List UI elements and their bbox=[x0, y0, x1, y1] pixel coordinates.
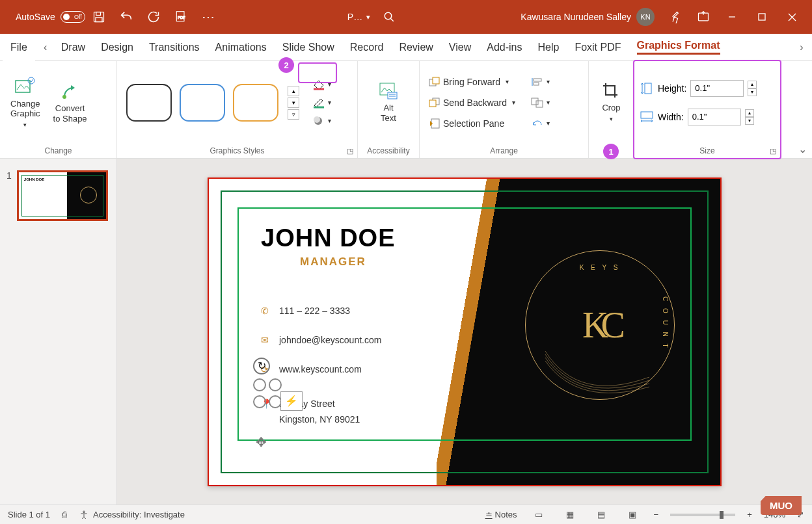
status-bar: Slide 1 of 1 ⎙ Accessibility: Investigat… bbox=[0, 504, 812, 524]
tab-scroll-right[interactable]: › bbox=[794, 42, 809, 53]
send-backward-button[interactable]: Send Backward▾ bbox=[425, 95, 519, 111]
width-down[interactable]: ▾ bbox=[745, 117, 754, 125]
align-button[interactable]: ▾ bbox=[527, 74, 554, 90]
group-label-accessibility: Accessibility bbox=[358, 144, 419, 158]
tab-file[interactable]: File bbox=[3, 34, 35, 61]
tab-graphics-format[interactable]: Graphics Format bbox=[629, 34, 728, 61]
slide-canvas[interactable]: JOHN DOE MANAGER ✆111 – 222 – 3333 ✉john… bbox=[117, 159, 812, 504]
styles-more[interactable]: ▿ bbox=[288, 109, 299, 120]
app-mode-button[interactable] bbox=[690, 0, 717, 34]
status-lang-icon[interactable]: ⎙ bbox=[62, 510, 67, 519]
tab-foxit[interactable]: Foxit PDF bbox=[567, 34, 629, 61]
slideshow-view-button[interactable]: ▣ bbox=[623, 508, 642, 522]
graphics-effects-button[interactable]: ▾ bbox=[308, 112, 335, 129]
group-label-styles: Graphics Styles◳ bbox=[117, 144, 357, 158]
zoom-in-button[interactable]: + bbox=[747, 510, 752, 519]
coming-soon-button[interactable] bbox=[662, 0, 690, 34]
tab-help[interactable]: Help bbox=[530, 34, 567, 61]
tab-transitions[interactable]: Transitions bbox=[141, 34, 208, 61]
styles-launcher-icon[interactable]: ◳ bbox=[347, 147, 353, 155]
zoom-slider[interactable] bbox=[670, 514, 735, 516]
save-button[interactable] bbox=[85, 0, 113, 34]
contact-phone: ✆111 – 222 – 3333 bbox=[261, 306, 350, 316]
graphics-fill-button[interactable]: ▾ bbox=[308, 76, 335, 93]
size-launcher-icon[interactable]: ◳ bbox=[770, 147, 776, 155]
graphic-style-1[interactable] bbox=[126, 84, 172, 122]
selection-overlay[interactable]: ↻ ⚡ ✥ bbox=[253, 358, 282, 408]
bring-forward-button[interactable]: Bring Forward▾ bbox=[425, 74, 519, 90]
svg-rect-30 bbox=[645, 83, 651, 94]
collapse-ribbon-button[interactable]: ⌄ bbox=[798, 143, 807, 155]
alt-text-button[interactable]: Alt Text bbox=[373, 79, 403, 125]
tab-record[interactable]: Record bbox=[342, 34, 392, 61]
change-graphic-button[interactable]: Change Graphic ▾ bbox=[5, 74, 46, 131]
svg-point-34 bbox=[83, 511, 85, 513]
user-avatar[interactable]: KN bbox=[636, 8, 655, 26]
svg-text:PDF: PDF bbox=[178, 16, 185, 20]
more-commands-button[interactable]: ⋯ bbox=[195, 0, 222, 34]
width-icon bbox=[640, 111, 654, 124]
selection-pane-button[interactable]: Selection Pane bbox=[425, 116, 519, 131]
close-button[interactable] bbox=[777, 0, 807, 34]
width-input[interactable] bbox=[688, 109, 741, 125]
styles-row-up[interactable]: ▴ bbox=[288, 86, 299, 96]
width-up[interactable]: ▴ bbox=[745, 109, 754, 117]
tab-review[interactable]: Review bbox=[391, 34, 440, 61]
user-name: Kawusara Nurudeen Salley bbox=[521, 12, 631, 22]
minimize-button[interactable] bbox=[717, 0, 747, 34]
height-down[interactable]: ▾ bbox=[748, 88, 757, 96]
status-accessibility[interactable]: Accessibility: Investigate bbox=[79, 510, 185, 520]
card-name: JOHN DOE bbox=[261, 224, 395, 252]
notes-button[interactable]: ≐Notes bbox=[485, 510, 517, 519]
workspace: 1 JOHN DOE JOHN DOE MANAGER ✆111 – 222 –… bbox=[0, 159, 812, 504]
card-role: MANAGER bbox=[300, 255, 366, 269]
autosave-label: AutoSave bbox=[16, 12, 55, 22]
svg-point-13 bbox=[62, 95, 66, 99]
redo-button[interactable] bbox=[140, 0, 167, 34]
slide: JOHN DOE MANAGER ✆111 – 222 – 3333 ✉john… bbox=[208, 177, 722, 486]
svg-rect-27 bbox=[534, 83, 539, 85]
group-button[interactable]: ▾ bbox=[527, 95, 554, 111]
tab-draw[interactable]: Draw bbox=[53, 34, 93, 61]
styles-row-down[interactable]: ▾ bbox=[288, 98, 299, 108]
tab-view[interactable]: View bbox=[441, 34, 479, 61]
group-label-arrange: Arrange bbox=[420, 144, 588, 158]
autosave-toggle[interactable]: AutoSave Off bbox=[16, 11, 85, 23]
zoom-out-button[interactable]: − bbox=[654, 510, 659, 519]
search-button[interactable] bbox=[383, 11, 395, 23]
tab-animations[interactable]: Animations bbox=[208, 34, 275, 61]
contact-email: ✉johndoe@keyscount.com bbox=[261, 335, 381, 345]
status-slide: Slide 1 of 1 bbox=[8, 510, 50, 519]
tab-scroll-left[interactable]: ‹ bbox=[38, 42, 53, 53]
svg-rect-29 bbox=[536, 101, 543, 107]
maximize-button[interactable] bbox=[747, 0, 777, 34]
height-icon bbox=[640, 82, 654, 95]
graphic-style-2[interactable] bbox=[180, 84, 225, 122]
export-pdf-button[interactable]: PDF bbox=[167, 0, 195, 34]
width-label: Width: bbox=[658, 112, 684, 122]
slide-thumbnail-1[interactable]: JOHN DOE bbox=[17, 170, 108, 221]
height-up[interactable]: ▴ bbox=[748, 81, 757, 88]
undo-button[interactable] bbox=[113, 0, 140, 34]
convert-to-shape-button[interactable]: Convert to Shape bbox=[48, 79, 92, 126]
tab-addins[interactable]: Add-ins bbox=[479, 34, 530, 61]
tab-design[interactable]: Design bbox=[93, 34, 141, 61]
crop-button[interactable]: Crop▾ bbox=[597, 79, 627, 125]
thumbnail-pane[interactable]: 1 JOHN DOE bbox=[0, 159, 117, 504]
rotate-button[interactable]: ▾ bbox=[527, 116, 554, 131]
svg-rect-1 bbox=[96, 12, 101, 16]
graphic-style-3[interactable] bbox=[233, 84, 278, 122]
group-label-size: Size◳ bbox=[634, 144, 780, 158]
logo: K E Y S C O U N T KC bbox=[525, 250, 675, 400]
svg-rect-21 bbox=[433, 77, 439, 84]
height-input[interactable] bbox=[690, 80, 744, 97]
document-title[interactable]: P… ▾ bbox=[347, 12, 370, 22]
svg-rect-28 bbox=[532, 98, 538, 105]
reading-view-button[interactable]: ▤ bbox=[591, 508, 611, 522]
thumbnail-number: 1 bbox=[7, 170, 12, 221]
normal-view-button[interactable]: ▭ bbox=[529, 508, 548, 522]
graphics-outline-button[interactable]: ▾ bbox=[308, 94, 335, 111]
ribbon: Change Graphic ▾ Convert to Shape Change… bbox=[0, 61, 812, 159]
title-bar: AutoSave Off PDF ⋯ P… ▾ Kawusara Nurudee… bbox=[0, 0, 812, 34]
sorter-view-button[interactable]: ▦ bbox=[560, 508, 580, 522]
